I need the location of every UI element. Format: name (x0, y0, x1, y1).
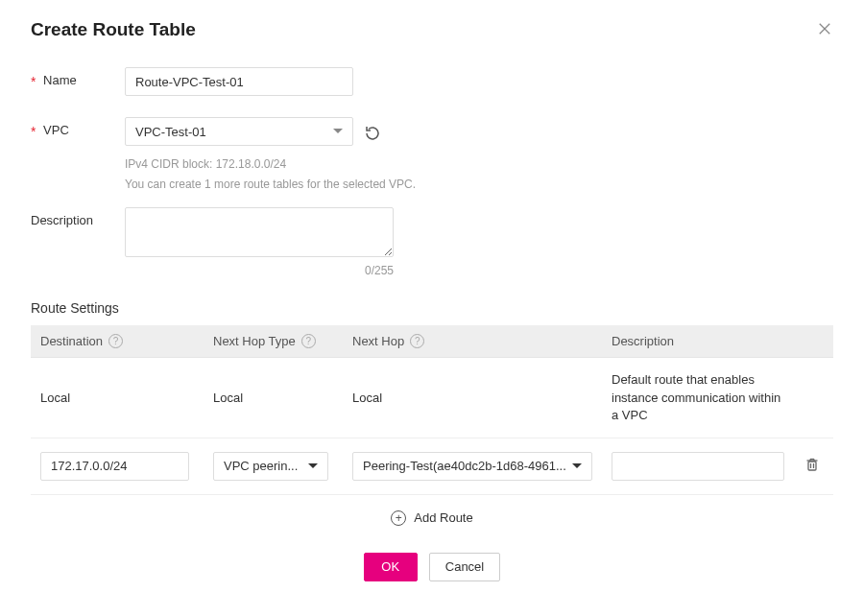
th-destination: Destination (40, 334, 103, 348)
route-table: Destination? Next Hop Type? Next Hop? De… (31, 325, 833, 495)
add-route-button[interactable]: + Add Route (31, 495, 833, 541)
cell-destination: Local (31, 358, 204, 438)
help-icon[interactable]: ? (108, 334, 123, 348)
table-row-editable: VPC peerin... Peering-Test(ae40dc2b-1d68… (31, 438, 833, 494)
required-marker: * (31, 74, 36, 89)
ok-button[interactable]: OK (364, 553, 418, 581)
cell-description: Default route that enables instance comm… (602, 358, 795, 438)
page-title: Create Route Table (31, 19, 196, 40)
th-next-hop-type: Next Hop Type (213, 334, 296, 348)
name-input[interactable] (125, 67, 353, 96)
cell-next-hop: Local (343, 358, 602, 438)
cidr-hint: IPv4 CIDR block: 172.18.0.0/24 (125, 155, 416, 174)
route-description-input[interactable] (612, 452, 784, 481)
description-textarea[interactable] (125, 207, 394, 257)
close-icon[interactable] (818, 22, 833, 37)
name-label: Name (43, 73, 77, 87)
vpc-label: VPC (43, 123, 69, 137)
refresh-icon[interactable] (365, 122, 380, 141)
next-hop-type-select[interactable]: VPC peerin... (213, 452, 328, 481)
cell-next-hop-type: Local (204, 358, 343, 438)
description-counter: 0/255 (125, 264, 394, 277)
add-route-label: Add Route (414, 510, 472, 525)
vpc-select-value: VPC-Test-01 (135, 125, 206, 139)
table-row: Local Local Local Default route that ena… (31, 358, 833, 438)
vpc-select[interactable]: VPC-Test-01 (125, 117, 353, 146)
chevron-down-icon (308, 463, 318, 469)
description-label: Description (31, 213, 93, 227)
quota-hint: You can create 1 more route tables for t… (125, 176, 416, 194)
destination-input[interactable] (40, 452, 189, 481)
svg-rect-2 (808, 462, 816, 470)
next-hop-select[interactable]: Peering-Test(ae40dc2b-1d68-4961... (352, 452, 592, 481)
th-description: Description (612, 334, 674, 348)
th-next-hop: Next Hop (352, 334, 404, 348)
required-marker: * (31, 124, 36, 139)
route-settings-title: Route Settings (31, 300, 833, 316)
help-icon[interactable]: ? (410, 334, 424, 348)
trash-icon[interactable] (804, 457, 820, 472)
chevron-down-icon (572, 463, 582, 469)
plus-circle-icon: + (391, 510, 406, 526)
help-icon[interactable]: ? (301, 334, 316, 348)
chevron-down-icon (333, 129, 343, 134)
cancel-button[interactable]: Cancel (429, 553, 500, 581)
